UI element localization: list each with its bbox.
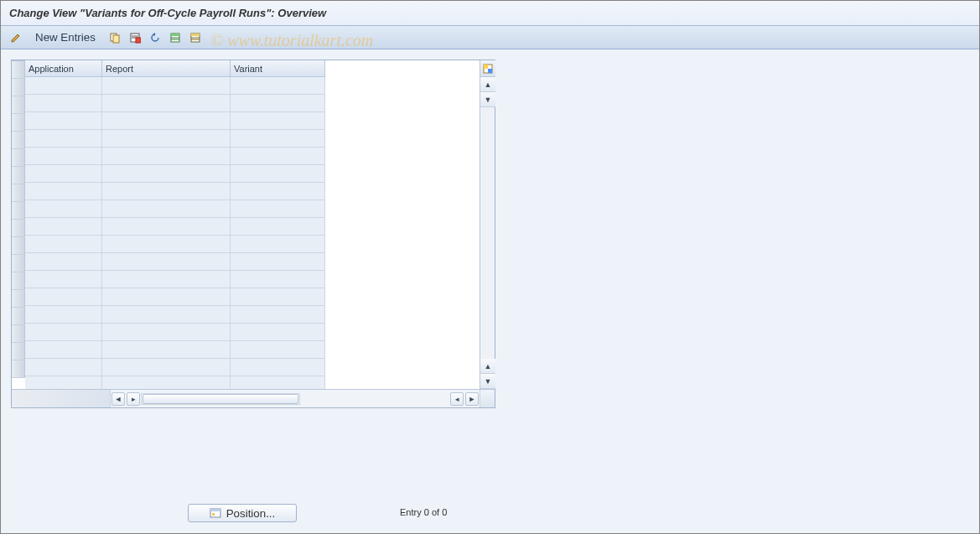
cell-var[interactable] [231,95,325,112]
scroll-down-icon[interactable]: ▼ [480,374,495,389]
cell-var[interactable] [231,112,325,130]
position-button[interactable]: Position... [188,504,297,522]
scroll-page-up-icon[interactable]: ▼ [480,92,495,107]
cell-var[interactable] [231,253,325,271]
row-selector[interactable] [12,290,25,308]
cell-rep[interactable] [102,306,231,324]
cell-var[interactable] [231,271,325,288]
cell-rep[interactable] [102,112,231,130]
cell-app[interactable] [25,200,102,218]
row-selector[interactable] [12,79,25,96]
cell-rep[interactable] [102,183,231,200]
cell-app[interactable] [25,341,102,359]
col-header-variant[interactable]: Variant [231,60,325,77]
h-scroll-last-icon[interactable]: ► [465,392,479,406]
table-row [25,165,495,183]
change-mode-icon[interactable] [8,29,24,46]
row-selector[interactable] [12,184,25,202]
cell-rep[interactable] [102,165,231,183]
row-selector[interactable] [12,149,25,167]
cell-rep[interactable] [102,77,231,95]
cell-var[interactable] [231,341,325,359]
cell-rep[interactable] [102,236,231,253]
table-row [25,341,495,359]
cell-var[interactable] [231,306,325,324]
cell-var[interactable] [231,236,325,253]
cell-app[interactable] [25,77,102,95]
cell-rep[interactable] [102,341,231,359]
table-row [25,324,495,341]
cell-app[interactable] [25,236,102,253]
position-label: Position... [226,507,276,520]
cell-var[interactable] [231,183,325,200]
row-selector[interactable] [12,220,25,237]
scroll-up-icon[interactable]: ▲ [480,77,495,92]
cell-rep[interactable] [102,148,231,165]
row-selector[interactable] [12,343,25,360]
cell-app[interactable] [25,183,102,200]
cell-var[interactable] [231,288,325,306]
row-selector[interactable] [12,167,25,184]
cell-app[interactable] [25,359,102,376]
row-selector[interactable] [12,237,25,255]
row-selector[interactable] [12,61,25,79]
cell-rep[interactable] [102,359,231,376]
row-selector[interactable] [12,202,25,220]
row-selector[interactable] [12,96,25,114]
cell-var[interactable] [231,218,325,236]
row-selector[interactable] [12,255,25,272]
cell-app[interactable] [25,148,102,165]
cell-app[interactable] [25,253,102,271]
cell-rep[interactable] [102,218,231,236]
delete-icon[interactable] [127,29,143,46]
table-settings-icon[interactable] [480,60,495,77]
undo-icon[interactable] [147,29,163,46]
svg-rect-1 [113,35,119,43]
cell-app[interactable] [25,324,102,341]
col-header-report[interactable]: Report [102,60,231,77]
cell-var[interactable] [231,130,325,148]
cell-rep[interactable] [102,95,231,112]
cell-app[interactable] [25,95,102,112]
cell-app[interactable] [25,218,102,236]
row-selector[interactable] [12,272,25,290]
cell-var[interactable] [231,148,325,165]
v-scroll-track[interactable] [480,107,495,359]
table-row [25,183,495,200]
cell-rep[interactable] [102,324,231,341]
cell-rep[interactable] [102,130,231,148]
cell-rep[interactable] [102,288,231,306]
h-scroll-thumb[interactable] [143,394,298,404]
cell-var[interactable] [231,200,325,218]
scroll-page-down-icon[interactable]: ▲ [480,359,495,374]
row-selector[interactable] [12,360,25,378]
cell-app[interactable] [25,112,102,130]
cell-rep[interactable] [102,200,231,218]
cell-rep[interactable] [102,271,231,288]
new-entries-button[interactable]: New Entries [28,29,103,46]
row-selector[interactable] [12,308,25,325]
deselect-all-icon[interactable] [187,29,204,46]
h-scroll-track[interactable] [141,393,300,405]
h-scroll-left-icon[interactable]: ▸ [127,392,140,406]
row-selector[interactable] [12,325,25,343]
cell-app[interactable] [25,130,102,148]
cell-app[interactable] [25,306,102,324]
copy-icon[interactable] [106,29,123,46]
cell-app[interactable] [25,271,102,288]
cell-var[interactable] [231,324,325,341]
h-scroll-first-icon[interactable]: ◄ [111,392,125,406]
h-scroll-right-icon[interactable]: ◂ [450,392,464,406]
cell-app[interactable] [25,288,102,306]
row-selector[interactable] [12,114,25,132]
cell-var[interactable] [231,165,325,183]
cell-app[interactable] [25,165,102,183]
select-all-icon[interactable] [167,29,184,46]
svg-rect-5 [136,38,141,43]
cell-var[interactable] [231,359,325,376]
cell-var[interactable] [231,77,325,95]
col-header-application[interactable]: Application [25,60,102,77]
row-selector[interactable] [12,132,25,149]
position-icon [210,507,221,519]
cell-rep[interactable] [102,253,231,271]
